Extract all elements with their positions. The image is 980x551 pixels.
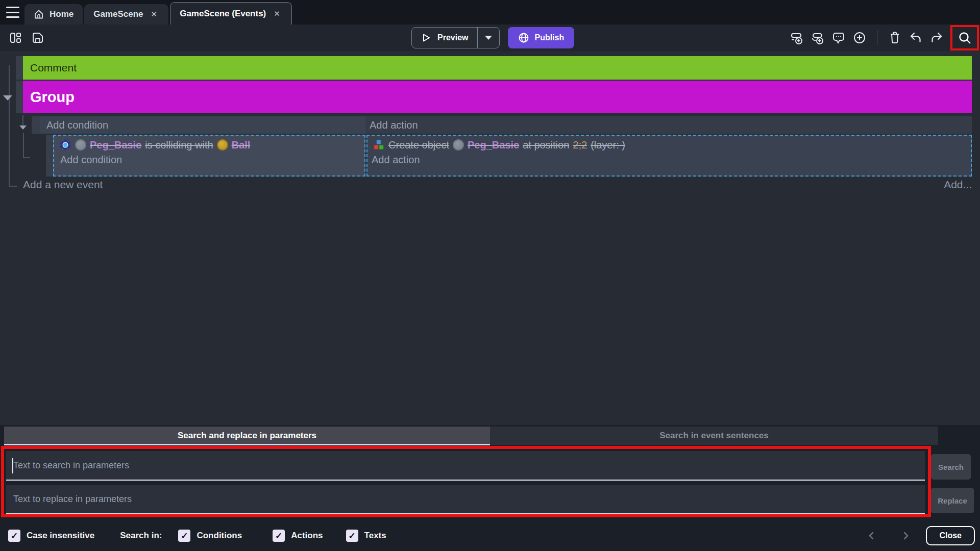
action-position-value: 2;2 — [573, 139, 587, 151]
preview-dropdown-button[interactable] — [478, 28, 499, 48]
tab-home-label: Home — [50, 9, 74, 19]
add-condition-label: Add condition — [46, 119, 108, 131]
publish-label: Publish — [534, 33, 564, 42]
search-icon[interactable] — [958, 31, 972, 45]
add-subevent-icon[interactable] — [811, 31, 825, 45]
condition-object1: Peg_Basic — [90, 139, 141, 151]
save-icon[interactable] — [31, 31, 45, 45]
close-icon[interactable]: ✕ — [149, 9, 160, 20]
check-icon: ✓ — [181, 531, 188, 541]
annotation-search-icon-highlight — [950, 25, 979, 51]
tab-search-event-sentences[interactable]: Search in event sentences — [490, 427, 938, 445]
check-icon: ✓ — [275, 531, 282, 541]
globe-icon — [518, 32, 529, 43]
group-drag-handle[interactable] — [16, 81, 23, 113]
selected-event-actions[interactable]: Create object Peg_Basic at position 2;2 … — [366, 135, 972, 177]
undo-icon[interactable] — [909, 31, 923, 45]
search-input[interactable] — [6, 451, 925, 481]
action-object: Peg_Basic — [468, 139, 519, 151]
redo-icon[interactable] — [929, 31, 944, 45]
tab-home[interactable]: Home — [24, 4, 83, 24]
check-icon: ✓ — [348, 531, 355, 541]
add-condition-link[interactable]: Add condition — [54, 152, 364, 166]
close-icon[interactable]: ✕ — [272, 8, 282, 19]
toolbar-divider — [877, 30, 877, 45]
next-result-button[interactable] — [900, 531, 911, 541]
event-expander-icon[interactable] — [19, 126, 27, 130]
tab-gamescene[interactable]: GameScene ✕ — [84, 4, 168, 24]
conditions-label: Conditions — [197, 531, 242, 541]
comment-drag-handle[interactable] — [16, 56, 23, 80]
conditions-checkbox[interactable]: ✓ — [178, 530, 190, 542]
comment-event-row[interactable]: Comment — [23, 56, 972, 80]
replace-button[interactable]: Replace — [931, 488, 974, 513]
text-cursor — [12, 458, 13, 473]
action-sentence[interactable]: Create object Peg_Basic at position 2;2 … — [368, 136, 971, 152]
add-event-icon[interactable] — [790, 31, 804, 45]
check-icon: ✓ — [11, 531, 18, 541]
replace-input[interactable] — [6, 485, 925, 514]
top-tab-bar: Home GameScene ✕ GameScene (Events) ✕ — [0, 0, 980, 24]
case-insensitive-label: Case insensitive — [27, 531, 94, 541]
event-expander-stem — [22, 115, 23, 126]
condition-sentence[interactable]: Peg_Basic is colliding with Ball — [54, 136, 364, 152]
add-condition-label: Add condition — [60, 154, 122, 165]
search-options-row: ✓ Case insensitive Search in: ✓ Conditio… — [0, 520, 980, 551]
add-action-link[interactable]: Add action — [365, 116, 972, 134]
tab-search-replace-parameters-label: Search and replace in parameters — [178, 431, 316, 441]
tree-guide-corner — [9, 186, 17, 187]
active-tab-underline — [4, 444, 490, 445]
publish-button[interactable]: Publish — [508, 27, 574, 48]
subevent-drag-handle[interactable] — [46, 135, 53, 177]
add-new-event-link[interactable]: Add a new event — [23, 179, 103, 191]
previous-result-button[interactable] — [867, 531, 877, 541]
create-object-icon — [373, 139, 385, 151]
add-comment-icon[interactable] — [831, 31, 846, 45]
hamburger-menu-icon[interactable] — [6, 7, 19, 18]
add-button-label: Add... — [944, 179, 972, 190]
group-expander-icon[interactable] — [3, 95, 12, 101]
texts-label: Texts — [364, 531, 386, 541]
tab-gamescene-events-label: GameScene (Events) — [180, 9, 266, 19]
tab-gamescene-events[interactable]: GameScene (Events) ✕ — [170, 2, 292, 24]
add-new-event-label: Add a new event — [23, 179, 103, 190]
add-button[interactable]: Add... — [944, 179, 972, 191]
search-panel: Search and replace in parameters Search … — [0, 425, 980, 551]
add-condition-link[interactable]: Add condition — [39, 116, 365, 134]
actions-label: Actions — [291, 531, 323, 541]
collision-condition-icon — [59, 139, 71, 151]
action-text2: at position — [523, 139, 569, 151]
preview-button[interactable]: Preview — [411, 27, 500, 48]
toggle-panels-icon[interactable] — [8, 31, 22, 45]
tab-search-replace-parameters[interactable]: Search and replace in parameters — [4, 427, 490, 445]
trash-icon[interactable] — [888, 31, 902, 45]
selected-event-conditions[interactable]: Peg_Basic is colliding with Ball Add con… — [53, 135, 365, 177]
toolbar-right — [790, 24, 980, 51]
preview-button-main[interactable]: Preview — [412, 28, 477, 48]
actions-checkbox[interactable]: ✓ — [273, 530, 285, 542]
search-button[interactable]: Search — [931, 454, 971, 480]
add-action-label: Add action — [372, 154, 420, 165]
action-text1: Create object — [388, 139, 449, 151]
comment-text: Comment — [30, 62, 77, 74]
peg-object-thumbnail — [453, 139, 464, 151]
preview-label: Preview — [437, 33, 468, 42]
condition-text: is colliding with — [145, 139, 213, 151]
group-title: Group — [30, 89, 75, 106]
texts-checkbox[interactable]: ✓ — [346, 530, 358, 542]
events-sheet: Comment Group Add condition Add action P… — [0, 51, 980, 425]
tree-guide-vertical — [9, 65, 10, 187]
subevent-guide-corner — [23, 157, 30, 158]
ball-object-thumbnail — [217, 139, 228, 151]
tab-strip: Home GameScene ✕ GameScene (Events) ✕ — [24, 2, 293, 24]
tab-gamescene-label: GameScene — [93, 9, 143, 19]
case-insensitive-checkbox[interactable]: ✓ — [8, 530, 20, 542]
toolbar-left — [8, 24, 45, 51]
close-button[interactable]: Close — [926, 526, 975, 545]
add-circle-icon[interactable] — [852, 31, 867, 45]
group-event-row[interactable]: Group — [23, 81, 972, 113]
condition-object2: Ball — [232, 139, 251, 151]
tab-search-event-sentences-label: Search in event sentences — [659, 431, 769, 441]
event-drag-handle[interactable] — [32, 116, 39, 134]
add-action-link[interactable]: Add action — [368, 152, 971, 166]
